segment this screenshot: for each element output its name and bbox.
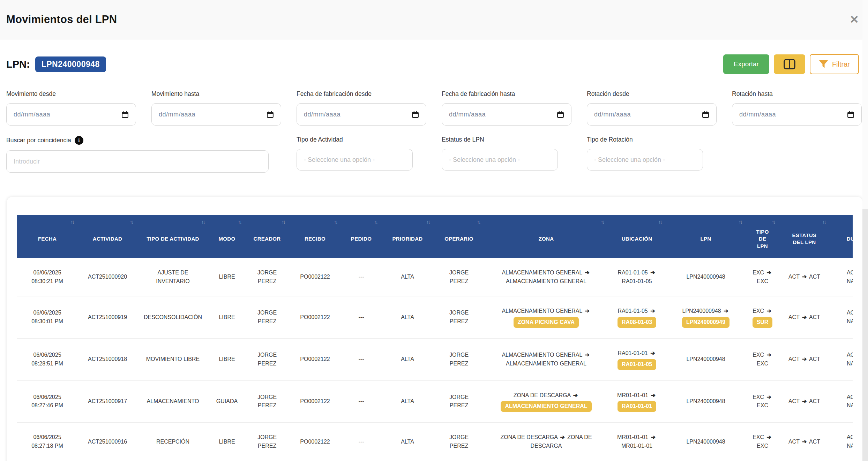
- calendar-icon[interactable]: [702, 111, 709, 118]
- tipo-actividad-select[interactable]: - Seleccione una opción -: [297, 149, 413, 171]
- cell-line: 08:27:18 PM: [20, 442, 74, 451]
- cell-estatus-del-lpn: ACT ➔ ACT: [779, 338, 830, 380]
- sort-icon[interactable]: ↑↓: [739, 218, 742, 225]
- arrow-right-icon: ➔: [724, 308, 728, 314]
- calendar-icon[interactable]: [847, 111, 854, 118]
- cell-line: JORGE: [437, 309, 481, 317]
- cell-fecha: 06/06/202508:30:01 PM: [17, 296, 78, 339]
- cell-line: AC: [833, 351, 853, 360]
- calendar-icon[interactable]: [267, 111, 274, 118]
- column-label: TIPO DE LPN: [756, 229, 769, 249]
- sort-icon[interactable]: ↑↓: [601, 218, 604, 225]
- filter-label-rotacion-desde: Rotación desde: [587, 90, 717, 98]
- estatus-lpn-select[interactable]: - Seleccione una opción -: [442, 149, 558, 171]
- column-label: TIPO DE ACTIVIDAD: [147, 236, 199, 242]
- calendar-icon[interactable]: [412, 111, 419, 118]
- cell-line: NA: [833, 277, 853, 286]
- sort-icon[interactable]: ↑↓: [130, 218, 133, 225]
- export-button[interactable]: Exportar: [723, 54, 769, 74]
- sort-icon[interactable]: ↑↓: [282, 218, 285, 225]
- cell-line: PEREZ: [437, 317, 481, 326]
- cell-ubicacion: RA01-01-01 ➔ RA01-01-05: [608, 338, 666, 380]
- cell-line: AC: [833, 309, 853, 317]
- select-field-tipo-actividad: Tipo de Actividad- Seleccione una opción…: [297, 136, 413, 171]
- cell-actividad: ACT251000917: [78, 380, 137, 423]
- sort-icon[interactable]: ↑↓: [334, 218, 337, 225]
- movimiento-hasta-input[interactable]: dd/mm/aaaa: [151, 103, 281, 126]
- cell-line: PEREZ: [437, 442, 481, 451]
- sort-icon[interactable]: ↑↓: [822, 218, 825, 225]
- calendar-icon[interactable]: [557, 111, 564, 118]
- column-header-tipo-de-actividad[interactable]: ↑↓TIPO DE ACTIVIDAD: [137, 215, 209, 258]
- info-icon[interactable]: i: [75, 136, 83, 145]
- search-block: Buscar por coincidencia i Introducir: [6, 136, 269, 173]
- column-header-recibo[interactable]: ↑↓RECIBO: [289, 215, 341, 258]
- sort-icon[interactable]: ↑↓: [201, 218, 204, 225]
- cell-line: JORGE: [437, 351, 481, 360]
- fabricacion-hasta-input[interactable]: dd/mm/aaaa: [442, 103, 571, 126]
- sort-icon[interactable]: ↑↓: [70, 218, 74, 225]
- column-label: PEDIDO: [351, 236, 372, 242]
- column-header-pedido[interactable]: ↑↓PEDIDO: [341, 215, 381, 258]
- column-header-du[interactable]: ↑↓DU: [830, 215, 853, 258]
- filter-label-fabricacion-hasta: Fecha de fabricación hasta: [442, 90, 571, 98]
- cell-recibo: PO0002122: [289, 296, 341, 339]
- column-header-fecha[interactable]: ↑↓FECHA: [17, 215, 78, 258]
- column-header-estatus-del-lpn[interactable]: ↑↓ESTATUS DEL LPN: [779, 215, 830, 258]
- cell-modo: LIBRE: [209, 423, 245, 461]
- fabricacion-desde-input[interactable]: dd/mm/aaaa: [297, 103, 426, 126]
- cell-prioridad: ALTA: [381, 423, 434, 461]
- status-badge: RA01-01-01: [618, 401, 656, 412]
- filter-button-label: Filtrar: [832, 60, 850, 68]
- cell-modo: LIBRE: [209, 296, 245, 339]
- column-header-actividad[interactable]: ↑↓ACTIVIDAD: [78, 215, 137, 258]
- filter-button[interactable]: Filtrar: [810, 54, 859, 74]
- cell-prioridad: ALTA: [381, 380, 434, 423]
- column-header-operario[interactable]: ↑↓OPERARIO: [434, 215, 484, 258]
- sort-icon[interactable]: ↑↓: [772, 218, 775, 225]
- cell-estatus-del-lpn: ACT ➔ ACT: [779, 423, 830, 461]
- cell-line: NA: [833, 317, 853, 326]
- column-header-zona[interactable]: ↑↓ZONA: [484, 215, 608, 258]
- column-label: FECHA: [38, 236, 57, 242]
- columns-button[interactable]: [774, 54, 805, 74]
- column-header-lpn[interactable]: ↑↓LPN: [666, 215, 746, 258]
- sort-icon[interactable]: ↑↓: [238, 218, 241, 225]
- cell-fecha: 06/06/202508:27:46 PM: [17, 380, 78, 423]
- cell-line: JORGE: [249, 269, 285, 277]
- calendar-icon[interactable]: [121, 111, 129, 118]
- close-icon[interactable]: ✕: [850, 14, 859, 25]
- scrollbar-thumb[interactable]: [862, 209, 868, 461]
- tipo-rotacion-select[interactable]: - Seleccione una opción -: [587, 149, 703, 171]
- cell-line: AC: [833, 269, 853, 277]
- sort-icon[interactable]: ↑↓: [426, 218, 429, 225]
- sort-icon[interactable]: ↑↓: [658, 218, 661, 225]
- rotacion-desde-input[interactable]: dd/mm/aaaa: [587, 103, 717, 126]
- cell-line: PEREZ: [437, 277, 481, 286]
- cell-line: PEREZ: [437, 401, 481, 410]
- column-header-prioridad[interactable]: ↑↓PRIORIDAD: [381, 215, 434, 258]
- date-placeholder: dd/mm/aaaa: [159, 111, 195, 118]
- sort-icon[interactable]: ↑↓: [477, 218, 480, 225]
- cell-to-value: ACT: [809, 439, 820, 445]
- rotacion-hasta-input[interactable]: dd/mm/aaaa: [732, 103, 862, 126]
- column-header-tipo-de-lpn[interactable]: ↑↓TIPO DE LPN: [746, 215, 779, 258]
- column-header-creador[interactable]: ↑↓CREADOR: [245, 215, 289, 258]
- filter-label-movimiento-hasta: Movimiento hasta: [151, 90, 281, 98]
- cell-operario: JORGEPEREZ: [434, 423, 484, 461]
- scrollbar-track[interactable]: [862, 0, 868, 461]
- table-row: 06/06/202508:28:51 PMACT251000918MOVIMIE…: [17, 338, 853, 380]
- cell-prioridad: ALTA: [381, 258, 434, 296]
- movimiento-desde-input[interactable]: dd/mm/aaaa: [6, 103, 136, 126]
- cell-estatus-del-lpn: ACT ➔ ACT: [779, 258, 830, 296]
- arrow-right-icon: ➔: [802, 356, 807, 362]
- table-row: 06/06/202508:27:18 PMACT251000916RECEPCI…: [17, 423, 853, 461]
- cell-creador: JORGEPEREZ: [245, 338, 289, 380]
- sort-icon[interactable]: ↑↓: [374, 218, 377, 225]
- arrow-right-icon: ➔: [650, 350, 655, 356]
- column-header-modo[interactable]: ↑↓MODO: [209, 215, 245, 258]
- search-input[interactable]: Introducir: [6, 150, 269, 173]
- arrow-right-icon: ➔: [585, 270, 589, 275]
- cell-line: INVENTARIO: [141, 277, 205, 286]
- column-header-ubicacion[interactable]: ↑↓UBICACIÓN: [608, 215, 666, 258]
